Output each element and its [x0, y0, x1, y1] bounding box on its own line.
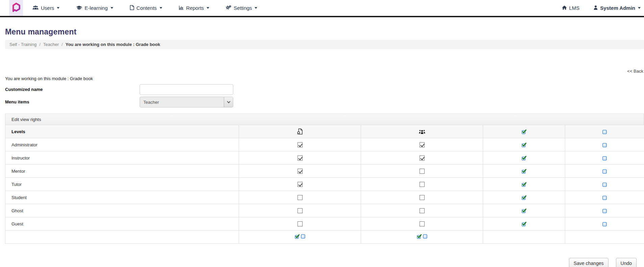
check-all-row-icon[interactable] [522, 143, 527, 147]
check-all-column-icon[interactable] [417, 234, 422, 239]
user-group-icon [419, 129, 426, 134]
check-all-row-icon[interactable] [522, 195, 527, 200]
check-all-row-icon[interactable] [522, 209, 527, 213]
back-link[interactable]: << Back [627, 69, 643, 74]
check-all-row-icon[interactable] [522, 169, 527, 174]
person-icon [594, 5, 598, 11]
uncheck-all-row-icon[interactable] [602, 209, 607, 213]
breadcrumb-separator: / [62, 42, 63, 47]
nav-item-label: Settings [234, 5, 252, 11]
uncheck-all-row-icon[interactable] [602, 222, 607, 226]
nav-item-label: Reports [186, 5, 204, 11]
main-content: << Back You are working on this module :… [0, 69, 644, 267]
menu-items-select[interactable]: Teacher [140, 97, 233, 107]
levels-header: Levels [5, 125, 239, 138]
caret-down-icon [255, 7, 257, 9]
graduation-cap-icon [76, 5, 82, 11]
caret-down-icon [638, 7, 641, 9]
top-navbar: Users E-learning Contents [0, 0, 644, 17]
preview-document-icon [297, 128, 303, 135]
uncheck-all-row-icon[interactable] [602, 143, 607, 147]
users-icon [32, 5, 39, 11]
level-label: Ghost [11, 208, 23, 213]
app-logo[interactable] [9, 0, 23, 16]
access-checkbox[interactable] [420, 195, 425, 200]
level-label: Mentor [11, 169, 25, 174]
table-row: Tutor [5, 178, 644, 191]
caret-down-icon [111, 7, 113, 9]
nav-item-elearning[interactable]: E-learning [76, 5, 113, 11]
nav-item-label: Contents [137, 5, 157, 11]
table-row: Mentor [5, 165, 644, 178]
save-changes-button[interactable]: Save changes [569, 258, 609, 267]
home-icon [562, 5, 567, 11]
table-row: Instructor [5, 151, 644, 165]
customized-name-input[interactable] [140, 84, 233, 95]
visibility-checkbox[interactable] [297, 182, 303, 187]
uncheck-all-column-icon[interactable] [301, 234, 305, 239]
contents-file-icon [130, 5, 134, 11]
gears-icon [226, 5, 231, 11]
caret-down-icon [207, 7, 209, 9]
access-checkbox[interactable] [420, 155, 425, 161]
select-arrow-box [224, 97, 233, 107]
table-row: Guest [5, 217, 644, 230]
bar-chart-icon [179, 5, 184, 11]
uncheck-all-row-icon[interactable] [602, 183, 607, 187]
visibility-checkbox[interactable] [297, 155, 303, 161]
access-checkbox[interactable] [420, 221, 425, 226]
level-label: Administrator [11, 142, 38, 147]
uncheck-all-row-icon[interactable] [602, 169, 607, 174]
access-checkbox[interactable] [420, 169, 425, 174]
check-all-row-icon[interactable] [522, 182, 527, 187]
uncheck-all-row-icon[interactable] [602, 196, 607, 200]
nav-item-label: E-learning [85, 5, 108, 11]
check-all-icon[interactable] [522, 129, 527, 134]
rights-table-footer-row [5, 230, 644, 244]
customized-name-label: Customized name [5, 84, 644, 95]
breadcrumb: Self - Training / Teacher / You are work… [5, 40, 644, 49]
breadcrumb-link-self-training[interactable]: Self - Training [9, 42, 37, 47]
access-checkbox[interactable] [420, 142, 425, 147]
access-checkbox[interactable] [420, 208, 425, 213]
logo-hexagon-icon [11, 2, 21, 14]
rights-panel-heading: Edit view rights [5, 114, 644, 125]
uncheck-all-row-icon[interactable] [602, 156, 607, 161]
visibility-checkbox[interactable] [297, 221, 303, 226]
table-row: Student [5, 191, 644, 204]
visibility-checkbox[interactable] [297, 208, 303, 213]
check-all-column-icon[interactable] [295, 234, 300, 239]
undo-button[interactable]: Undo [616, 258, 637, 267]
nav-item-label: LMS [569, 5, 580, 11]
uncheck-all-icon[interactable] [602, 130, 607, 134]
nav-item-users[interactable]: Users [32, 5, 59, 11]
visibility-checkbox[interactable] [297, 169, 303, 174]
caret-down-icon [57, 7, 59, 9]
visibility-checkbox[interactable] [297, 195, 303, 200]
nav-item-settings[interactable]: Settings [226, 5, 257, 11]
table-row: Administrator [5, 138, 644, 151]
caret-down-icon [160, 7, 162, 9]
uncheck-all-column-icon[interactable] [423, 234, 427, 239]
nav-item-contents[interactable]: Contents [130, 5, 162, 11]
page-title: Menu management [5, 27, 644, 37]
level-label: Student [11, 195, 27, 200]
table-row: Ghost [5, 204, 644, 217]
rights-table-header-row: Levels [5, 125, 644, 138]
check-all-row-icon[interactable] [522, 222, 527, 226]
visibility-checkbox[interactable] [297, 142, 303, 147]
check-all-row-icon[interactable] [522, 156, 527, 161]
rights-table-body: Administrator Instructor [5, 138, 644, 230]
nav-item-label: System Admin [600, 5, 635, 11]
nav-item-reports[interactable]: Reports [179, 5, 210, 11]
rights-table: Levels [5, 125, 644, 244]
breadcrumb-link-teacher[interactable]: Teacher [43, 42, 59, 47]
nav-item-lms-home[interactable]: LMS [562, 5, 580, 11]
breadcrumb-separator: / [39, 42, 41, 47]
nav-item-user-menu[interactable]: System Admin [594, 5, 641, 11]
access-checkbox[interactable] [420, 182, 425, 187]
module-note: You are working on this module : Grade b… [5, 76, 644, 81]
level-label: Tutor [11, 182, 22, 187]
nav-item-label: Users [41, 5, 54, 11]
menu-items-selected-value: Teacher [140, 100, 224, 105]
